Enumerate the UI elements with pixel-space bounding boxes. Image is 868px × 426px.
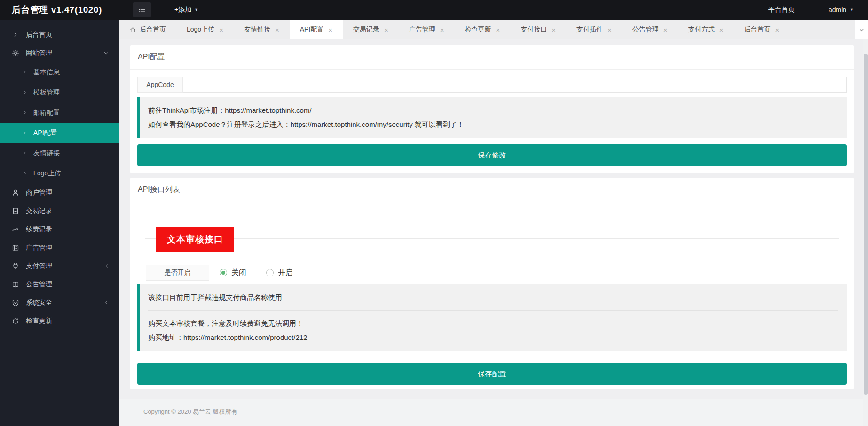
info-line: 如何查看我的AppCode？注册登录之后进入：https://market.to… [148, 118, 838, 132]
sidebar-item-payment-management[interactable]: 支付管理 [0, 257, 119, 275]
sidebar-item-notice-management[interactable]: 公告管理 [0, 275, 119, 293]
close-icon[interactable]: × [719, 26, 724, 33]
sidebar-item-dashboard[interactable]: 后台首页 [0, 25, 119, 44]
tab-logo-upload[interactable]: Logo上传 × [176, 20, 234, 39]
tab-ad-management[interactable]: 广告管理 × [399, 20, 455, 39]
scrollbar-thumb[interactable] [864, 54, 868, 395]
chevron-right-icon [21, 69, 28, 76]
content-scroll-area: API配置 AppCode 前往ThinkApi市场注册：https://mar… [119, 39, 868, 426]
sidebar-item-merchant-management[interactable]: 商户管理 [0, 183, 119, 202]
chevron-left-icon [103, 300, 110, 306]
tab-payment-plugin[interactable]: 支付插件 × [566, 20, 622, 39]
close-icon[interactable]: × [775, 26, 779, 33]
sidebar-item-template-management[interactable]: 模板管理 [0, 82, 119, 103]
sidebar-item-basic-info[interactable]: 基本信息 [0, 62, 119, 82]
menu-list-icon [138, 6, 146, 14]
vertical-scrollbar[interactable] [863, 39, 868, 426]
radio-option-off[interactable]: 关闭 [220, 268, 246, 278]
gear-icon [12, 49, 19, 57]
tab-payment-api[interactable]: 支付接口 × [510, 20, 566, 39]
sidebar-item-ad-management[interactable]: 广告管理 [0, 238, 119, 257]
close-icon[interactable]: × [608, 26, 612, 33]
tab-api-config[interactable]: API配置 × [290, 20, 343, 39]
radio-option-on[interactable]: 开启 [266, 268, 293, 278]
tab-friend-links[interactable]: 友情链接 × [234, 20, 290, 39]
sidebar-item-check-update[interactable]: 检查更新 [0, 312, 119, 330]
sidebar-item-logo-upload[interactable]: Logo上传 [0, 163, 119, 183]
chevron-right-icon [21, 170, 28, 177]
close-icon[interactable]: × [328, 26, 332, 33]
info-line: 前往ThinkApi市场注册：https://market.topthink.c… [148, 103, 838, 118]
sidebar-item-transaction-records[interactable]: 交易记录 [0, 202, 119, 220]
sidebar-item-api-config[interactable]: API配置 [0, 123, 119, 143]
sidebar-nav: 后台首页 网站管理 基本信息 模板管理 邮箱配置 API配置 [0, 20, 119, 426]
tab-payment-methods[interactable]: 支付方式 × [678, 20, 734, 39]
chevron-left-icon [103, 263, 110, 269]
radio-unselected-icon[interactable] [266, 269, 274, 276]
tab-notice-management[interactable]: 公告管理 × [622, 20, 678, 39]
card-title: API接口列表 [130, 178, 854, 202]
chevron-down-icon [858, 26, 865, 33]
chevron-down-icon [103, 50, 110, 56]
appcode-form-row: AppCode [137, 77, 847, 93]
chevron-right-icon [12, 31, 19, 39]
collapse-menu-button[interactable] [133, 2, 151, 17]
caret-down-icon: ▼ [850, 8, 854, 12]
tab-bar: 后台首页 Logo上传 × 友情链接 × API配置 × 交易记录 × 广告管理… [119, 20, 868, 39]
sidebar-item-site-management[interactable]: 网站管理 [0, 44, 119, 62]
sidebar-item-renewal-records[interactable]: 续费记录 [0, 220, 119, 238]
close-icon[interactable]: × [440, 26, 444, 33]
user-dropdown[interactable]: admin ▼ [829, 6, 854, 14]
tab-transaction-records[interactable]: 交易记录 × [343, 20, 399, 39]
sidebar-item-friend-links[interactable]: 友情链接 [0, 143, 119, 163]
copyright-footer: Copyright © 2020 易兰云 版权所有 [119, 399, 868, 426]
add-dropdown-button[interactable]: +添加 ▼ [174, 6, 198, 14]
close-icon[interactable]: × [496, 26, 500, 33]
tab-dashboard[interactable]: 后台首页 [119, 20, 176, 39]
api-config-infobox: 前往ThinkApi市场注册：https://market.topthink.c… [137, 97, 847, 138]
infobox-divider [148, 310, 838, 311]
open-book-icon [12, 281, 19, 288]
plug-icon [12, 262, 19, 270]
close-icon[interactable]: × [663, 26, 668, 33]
sidebar-item-email-config[interactable]: 邮箱配置 [0, 103, 119, 123]
tab-overflow-button[interactable] [855, 20, 868, 39]
chevron-right-icon [21, 110, 28, 116]
main-area: 后台首页 Logo上传 × 友情链接 × API配置 × 交易记录 × 广告管理… [119, 20, 868, 426]
person-icon [12, 189, 19, 197]
appcode-label: AppCode [137, 77, 183, 93]
tab-check-update[interactable]: 检查更新 × [455, 20, 511, 39]
save-config-button[interactable]: 保存配置 [137, 363, 847, 385]
tab-dashboard-2[interactable]: 后台首页 × [734, 20, 789, 39]
api-list-card: API接口列表 文本审核接口 是否开启 关闭 开启 [130, 178, 854, 389]
caret-down-icon: ▼ [194, 8, 198, 12]
shield-check-icon [12, 299, 19, 307]
close-icon[interactable]: × [275, 26, 279, 33]
newspaper-icon [12, 244, 19, 252]
sidebar-item-system-security[interactable]: 系统安全 [0, 293, 119, 312]
chevron-right-icon [21, 150, 28, 157]
close-icon[interactable]: × [384, 26, 388, 33]
save-changes-button[interactable]: 保存修改 [137, 144, 847, 166]
info-line: 购买地址：https://market.topthink.com/product… [148, 331, 838, 345]
app-title: 后台管理 v1.47(1020) [0, 4, 119, 16]
info-line: 该接口目前用于拦截违规支付商品名称使用 [148, 291, 838, 305]
info-line: 购买文本审核套餐，注意及时续费避免无法调用！ [148, 316, 838, 331]
home-icon [129, 26, 136, 33]
top-header: 后台管理 v1.47(1020) +添加 ▼ 平台首页 admin ▼ [0, 0, 868, 20]
renewal-hands-icon [12, 226, 19, 233]
close-icon[interactable]: × [552, 26, 556, 33]
text-audit-api-badge: 文本审核接口 [156, 227, 234, 252]
fieldset-divider: 文本审核接口 [145, 238, 839, 239]
api-list-infobox: 该接口目前用于拦截违规支付商品名称使用 购买文本审核套餐，注意及时续费避免无法调… [137, 284, 847, 351]
close-icon[interactable]: × [219, 26, 223, 33]
api-config-card: API配置 AppCode 前往ThinkApi市场注册：https://mar… [130, 45, 854, 173]
username: admin [829, 6, 846, 14]
appcode-input[interactable] [183, 77, 847, 93]
platform-home-link[interactable]: 平台首页 [768, 6, 795, 14]
radio-selected-icon[interactable] [220, 269, 227, 276]
refresh-icon [12, 317, 19, 325]
document-icon [12, 207, 19, 215]
enable-toggle-row: 是否开启 关闭 开启 [146, 265, 847, 281]
enable-label: 是否开启 [146, 265, 209, 281]
